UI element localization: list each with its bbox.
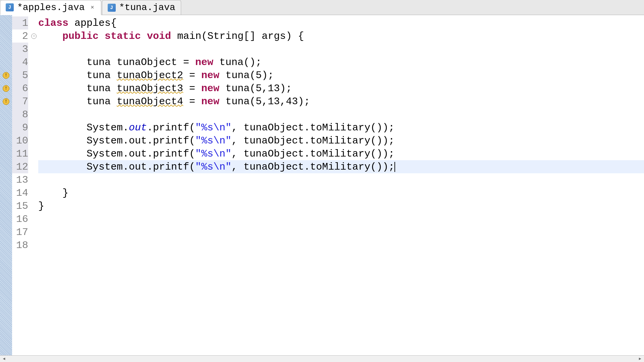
code-area[interactable]: class apples{ public static void main(St… — [37, 15, 644, 355]
tab-0[interactable]: J*apples.java+ — [0, 0, 101, 15]
warning-icon[interactable]: ! — [3, 85, 9, 92]
close-icon[interactable]: + — [87, 3, 97, 12]
code-line[interactable] — [38, 213, 644, 226]
marker-row: ! — [0, 82, 12, 95]
fold-row — [31, 69, 37, 82]
marker-row — [0, 108, 12, 121]
line-number: 14 — [12, 186, 28, 199]
code-line[interactable] — [38, 173, 644, 186]
fold-row — [31, 226, 37, 239]
line-number: 4 — [12, 56, 28, 69]
line-number: 7 — [12, 95, 28, 108]
text-cursor — [394, 162, 395, 172]
code-line[interactable]: } — [38, 186, 644, 199]
scroll-left-icon[interactable]: ◄ — [1, 356, 7, 362]
marker-row — [0, 239, 12, 252]
line-number: 6 — [12, 82, 28, 95]
marker-row — [0, 121, 12, 134]
fold-row — [31, 147, 37, 160]
code-line[interactable]: System.out.printf("%s\n", tunaObject.toM… — [38, 147, 644, 160]
fold-row — [31, 56, 37, 69]
code-line[interactable]: tuna tunaObject = new tuna(); — [38, 56, 644, 69]
fold-row — [31, 134, 37, 147]
line-number: 11 — [12, 147, 28, 160]
marker-row: ! — [0, 95, 12, 108]
tab-label: *apples.java — [17, 2, 85, 13]
line-number: 2 — [12, 29, 28, 43]
line-number: 10 — [12, 134, 28, 147]
line-number: 1 — [12, 16, 28, 29]
line-number: 8 — [12, 108, 28, 121]
line-number: 9 — [12, 121, 28, 134]
fold-row — [31, 199, 37, 213]
fold-row — [31, 186, 37, 199]
tab-bar: J*apples.java+J*tuna.java — [0, 0, 644, 15]
line-numbers: 123456789101112131415161718 — [12, 15, 31, 355]
code-line[interactable]: class apples{ — [38, 16, 644, 29]
code-line[interactable]: System.out.printf("%s\n", tunaObject.toM… — [38, 134, 644, 147]
marker-row — [0, 173, 12, 186]
fold-row — [31, 16, 37, 29]
editor: !!! 123456789101112131415161718 − class … — [0, 15, 644, 355]
marker-row — [0, 199, 12, 213]
line-number: 12 — [12, 160, 28, 173]
fold-row — [31, 121, 37, 134]
tab-1[interactable]: J*tuna.java — [102, 0, 181, 15]
fold-row: − — [31, 29, 37, 43]
fold-column: − — [31, 15, 37, 355]
java-file-icon: J — [6, 3, 14, 11]
marker-row — [0, 147, 12, 160]
marker-row — [0, 56, 12, 69]
fold-row — [31, 213, 37, 226]
fold-row — [31, 173, 37, 186]
code-line[interactable] — [38, 43, 644, 56]
fold-collapse-icon[interactable]: − — [31, 34, 37, 39]
marker-row — [0, 226, 12, 239]
marker-row: ! — [0, 69, 12, 82]
fold-row — [31, 82, 37, 95]
line-number: 17 — [12, 226, 28, 239]
marker-row — [0, 134, 12, 147]
warning-icon[interactable]: ! — [3, 72, 9, 79]
line-number: 3 — [12, 43, 28, 56]
code-line[interactable]: public static void main(String[] args) { — [38, 29, 644, 43]
code-line[interactable]: System.out.printf("%s\n", tunaObject.toM… — [38, 160, 644, 173]
code-line[interactable]: System.out.printf("%s\n", tunaObject.toM… — [38, 121, 644, 134]
marker-column: !!! — [0, 15, 12, 355]
java-file-icon: J — [108, 4, 116, 12]
code-line[interactable] — [38, 108, 644, 121]
marker-row — [0, 16, 12, 29]
marker-row — [0, 29, 12, 43]
code-line[interactable]: tuna tunaObject2 = new tuna(5); — [38, 69, 644, 82]
warning-icon[interactable]: ! — [3, 98, 9, 105]
marker-row — [0, 160, 12, 173]
code-line[interactable]: tuna tunaObject4 = new tuna(5,13,43); — [38, 95, 644, 108]
fold-row — [31, 160, 37, 173]
code-line[interactable]: } — [38, 199, 644, 213]
tab-label: *tuna.java — [119, 2, 175, 13]
marker-row — [0, 43, 12, 56]
gutter: !!! 123456789101112131415161718 — [0, 15, 31, 355]
line-number: 5 — [12, 69, 28, 82]
line-number: 16 — [12, 213, 28, 226]
fold-row — [31, 95, 37, 108]
scroll-right-icon[interactable]: ► — [637, 356, 643, 362]
marker-row — [0, 213, 12, 226]
fold-row — [31, 43, 37, 56]
fold-row — [31, 108, 37, 121]
code-line[interactable] — [38, 239, 644, 252]
line-number: 13 — [12, 173, 28, 186]
horizontal-scrollbar[interactable]: ◄ ► — [0, 355, 644, 362]
fold-row — [31, 239, 37, 252]
code-line[interactable] — [38, 226, 644, 239]
code-line[interactable]: tuna tunaObject3 = new tuna(5,13); — [38, 82, 644, 95]
line-number: 15 — [12, 199, 28, 213]
line-number: 18 — [12, 239, 28, 252]
marker-row — [0, 186, 12, 199]
